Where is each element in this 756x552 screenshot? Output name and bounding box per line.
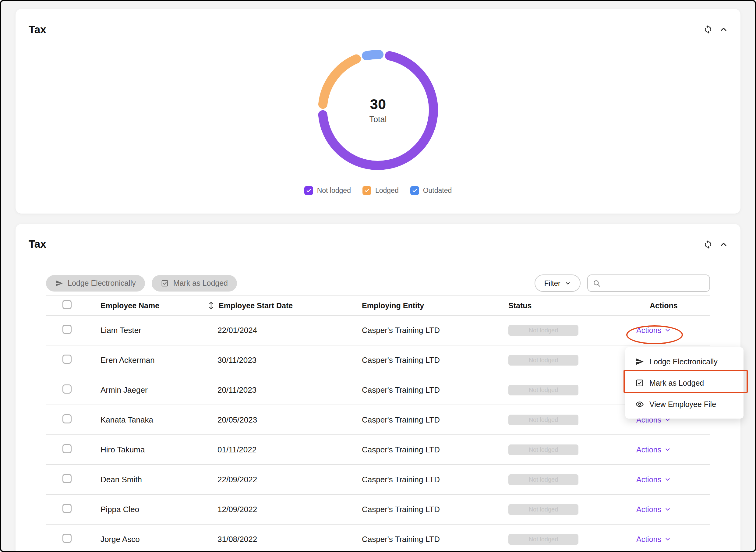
status-badge: Not lodged xyxy=(508,385,578,395)
checkbox-icon xyxy=(635,379,644,387)
row-checkbox[interactable] xyxy=(62,504,71,513)
legend-label: Outdated xyxy=(423,186,452,195)
employing-entity: Casper's Training LTD xyxy=(362,505,508,514)
sort-icon[interactable] xyxy=(206,301,216,310)
employing-entity: Casper's Training LTD xyxy=(362,326,508,335)
tax-summary-card: Tax 30 Total Not lodged Lodged Outdated xyxy=(15,9,740,214)
collapse-chevron-up-icon[interactable] xyxy=(719,25,728,34)
column-header-actions: Actions xyxy=(636,301,710,310)
employing-entity: Casper's Training LTD xyxy=(362,356,508,365)
table-row: Pippa Cleo 12/09/2022 Casper's Training … xyxy=(46,495,710,525)
chart-legend: Not lodged Lodged Outdated xyxy=(304,186,452,195)
donut-center-label: 30 Total xyxy=(317,49,439,171)
row-checkbox[interactable] xyxy=(62,474,71,483)
status-badge: Not lodged xyxy=(508,325,578,336)
legend-checkbox-icon[interactable] xyxy=(362,186,371,195)
legend-item-not-lodged[interactable]: Not lodged xyxy=(304,186,351,195)
legend-item-outdated[interactable]: Outdated xyxy=(410,186,452,195)
table-row: Dean Smith 22/09/2022 Casper's Training … xyxy=(46,465,710,495)
legend-checkbox-icon[interactable] xyxy=(304,186,313,195)
chevron-down-icon xyxy=(664,327,671,333)
table-row: Liam Tester 22/01/2024 Casper's Training… xyxy=(46,316,710,346)
table-row: Armin Jaeger 20/11/2023 Casper's Trainin… xyxy=(46,375,710,405)
table-row: Jorge Asco 31/08/2022 Casper's Training … xyxy=(46,525,710,552)
search-input[interactable] xyxy=(604,279,705,288)
legend-checkbox-icon[interactable] xyxy=(410,186,419,195)
menu-item-label: Lodge Electronically xyxy=(649,357,718,366)
status-badge: Not lodged xyxy=(508,415,578,425)
employing-entity: Casper's Training LTD xyxy=(362,445,508,454)
column-header-employing-entity[interactable]: Employing Entity xyxy=(362,301,508,310)
checkbox-icon xyxy=(161,279,169,287)
status-badge: Not lodged xyxy=(508,444,578,455)
chevron-down-icon xyxy=(565,280,571,286)
employee-name: Hiro Takuma xyxy=(101,445,203,454)
summary-card-controls xyxy=(703,25,728,34)
column-header-employee-start-date[interactable]: Employee Start Date xyxy=(203,301,362,310)
mark-as-lodged-button[interactable]: Mark as Lodged xyxy=(152,275,237,291)
employee-start-date: 12/09/2022 xyxy=(203,505,362,514)
employee-table: Employee Name Employee Start Date Employ… xyxy=(46,295,710,552)
chevron-down-icon xyxy=(664,476,671,483)
row-checkbox[interactable] xyxy=(62,325,71,334)
employee-name: Kanata Tanaka xyxy=(101,415,203,425)
legend-item-lodged[interactable]: Lodged xyxy=(362,186,399,195)
row-actions-button[interactable]: Actions xyxy=(636,535,671,544)
lodge-electronically-button[interactable]: Lodge Electronically xyxy=(46,275,145,291)
employee-start-date: 22/09/2022 xyxy=(203,475,362,485)
row-actions-button[interactable]: Actions xyxy=(636,505,671,514)
chevron-down-icon xyxy=(664,446,671,453)
row-checkbox[interactable] xyxy=(62,355,71,364)
donut-total-label: Total xyxy=(369,115,387,124)
employing-entity: Casper's Training LTD xyxy=(362,475,508,485)
menu-item-label: View Employee File xyxy=(649,400,716,409)
row-actions-button[interactable]: Actions xyxy=(636,326,671,335)
filter-label: Filter xyxy=(544,279,561,288)
employee-name: Jorge Asco xyxy=(101,535,203,544)
employee-name: Armin Jaeger xyxy=(101,385,203,395)
column-header-employee-name[interactable]: Employee Name xyxy=(101,301,203,310)
row-actions-button[interactable]: Actions xyxy=(636,445,671,454)
select-all-checkbox[interactable] xyxy=(62,300,71,309)
row-checkbox[interactable] xyxy=(62,385,71,394)
table-card-controls xyxy=(703,240,728,249)
refresh-icon[interactable] xyxy=(703,25,713,34)
table-row: Kanata Tanaka 20/05/2023 Casper's Traini… xyxy=(46,405,710,435)
row-checkbox[interactable] xyxy=(62,414,71,423)
row-checkbox[interactable] xyxy=(62,444,71,453)
table-header: Employee Name Employee Start Date Employ… xyxy=(46,295,710,316)
row-checkbox[interactable] xyxy=(62,534,71,543)
mark-as-lodged-label: Mark as Lodged xyxy=(173,279,228,288)
search-box[interactable] xyxy=(587,274,710,292)
chevron-down-icon xyxy=(664,536,671,543)
employee-start-date: 20/11/2023 xyxy=(203,385,362,395)
send-icon xyxy=(635,357,644,366)
status-badge: Not lodged xyxy=(508,355,578,366)
employee-start-date: 30/11/2023 xyxy=(203,356,362,365)
status-badge: Not lodged xyxy=(508,504,578,515)
summary-card-title: Tax xyxy=(29,23,727,36)
filter-button[interactable]: Filter xyxy=(535,274,581,292)
table-toolbar: Lodge Electronically Mark as Lodged Filt… xyxy=(46,274,710,292)
menu-item-lodge-electronically[interactable]: Lodge Electronically xyxy=(625,351,744,372)
table-row: Hiro Takuma 01/11/2022 Casper's Training… xyxy=(46,435,710,465)
employee-name: Dean Smith xyxy=(101,475,203,485)
row-actions-button[interactable]: Actions xyxy=(636,475,671,484)
column-header-status[interactable]: Status xyxy=(508,301,636,310)
donut-chart: 30 Total xyxy=(317,49,439,171)
donut-total-value: 30 xyxy=(370,96,386,112)
status-badge: Not lodged xyxy=(508,474,578,485)
employee-start-date: 22/01/2024 xyxy=(203,326,362,335)
menu-item-mark-as-lodged[interactable]: Mark as Lodged xyxy=(625,372,744,394)
employee-start-date: 31/08/2022 xyxy=(203,535,362,544)
employee-start-date: 01/11/2022 xyxy=(203,445,362,454)
send-icon xyxy=(55,279,63,287)
collapse-chevron-up-icon[interactable] xyxy=(719,240,728,249)
employee-name: Eren Ackerman xyxy=(101,356,203,365)
eye-icon xyxy=(635,400,644,409)
menu-item-view-employee-file[interactable]: View Employee File xyxy=(625,394,744,415)
legend-label: Not lodged xyxy=(317,186,351,195)
employee-start-date: 20/05/2023 xyxy=(203,415,362,425)
refresh-icon[interactable] xyxy=(703,240,713,249)
chevron-down-icon xyxy=(664,506,671,513)
